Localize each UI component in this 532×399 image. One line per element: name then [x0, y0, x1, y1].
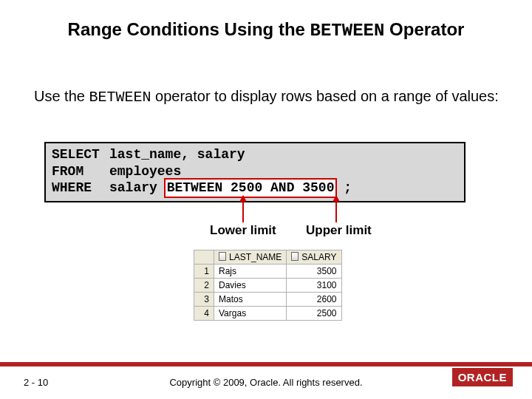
- cell-last-name: Vargas: [214, 307, 287, 321]
- code-line-where: WHEREsalary BETWEEN 2500 AND 3500 ;: [52, 180, 458, 197]
- body-mono: BETWEEN: [89, 89, 151, 106]
- column-icon: [291, 252, 299, 261]
- kw-where: WHERE: [52, 180, 109, 197]
- rownum-cell: 3: [194, 293, 214, 307]
- table-row: 2 Davies 3100: [194, 279, 342, 293]
- rownum-cell: 4: [194, 307, 214, 321]
- code-where-pre: salary: [109, 180, 166, 197]
- col-salary: SALARY: [287, 250, 341, 265]
- rownum-header: [194, 250, 214, 265]
- cell-salary: 3500: [287, 265, 341, 279]
- body-text: Use the BETWEEN operator to display rows…: [34, 87, 502, 106]
- code-where-post: ;: [335, 180, 352, 197]
- lower-limit-label: Lower limit: [210, 223, 276, 238]
- cell-salary: 2600: [287, 293, 341, 307]
- cell-last-name: Matos: [214, 293, 287, 307]
- code-where-highlight: BETWEEN 2500 AND 3500: [166, 180, 336, 197]
- column-icon: [219, 252, 226, 261]
- result-table: LAST_NAME SALARY 1 Rajs 3500 2 Davies 31…: [194, 250, 342, 321]
- body-pre: Use the: [34, 88, 89, 104]
- col-last-name: LAST_NAME: [214, 250, 287, 265]
- cell-salary: 2500: [287, 307, 341, 321]
- title-text-post: Operator: [384, 19, 464, 39]
- cell-last-name: Rajs: [214, 265, 287, 279]
- footer-divider: [0, 362, 532, 366]
- code-from-table: employees: [109, 163, 181, 180]
- slide: Range Conditions Using the BETWEEN Opera…: [0, 0, 532, 399]
- cell-last-name: Davies: [214, 279, 287, 293]
- arrow-upper-icon: [335, 196, 337, 222]
- table-row: 1 Rajs 3500: [194, 265, 342, 279]
- rownum-cell: 1: [194, 265, 214, 279]
- table-row: 3 Matos 2600: [194, 293, 342, 307]
- rownum-cell: 2: [194, 279, 214, 293]
- slide-title: Range Conditions Using the BETWEEN Opera…: [0, 19, 532, 41]
- title-text-pre: Range Conditions Using the: [68, 19, 310, 39]
- table-header-row: LAST_NAME SALARY: [194, 250, 342, 265]
- col-salary-label: SALARY: [301, 252, 336, 262]
- code-select-cols: last_name, salary: [109, 146, 245, 163]
- cell-salary: 3100: [287, 279, 341, 293]
- title-text-mono: BETWEEN: [310, 21, 385, 41]
- sql-code-block: SELECTlast_name, salary FROMemployees WH…: [44, 142, 466, 202]
- body-post: operator to display rows based on a rang…: [151, 88, 499, 104]
- arrow-lower-icon: [242, 196, 244, 222]
- code-line-from: FROMemployees: [52, 163, 458, 180]
- kw-from: FROM: [52, 163, 109, 180]
- code-line-select: SELECTlast_name, salary: [52, 146, 458, 163]
- oracle-logo: ORACLE: [452, 368, 513, 386]
- kw-select: SELECT: [52, 146, 109, 163]
- col-last-name-label: LAST_NAME: [229, 252, 282, 262]
- table-row: 4 Vargas 2500: [194, 307, 342, 321]
- upper-limit-label: Upper limit: [306, 223, 372, 238]
